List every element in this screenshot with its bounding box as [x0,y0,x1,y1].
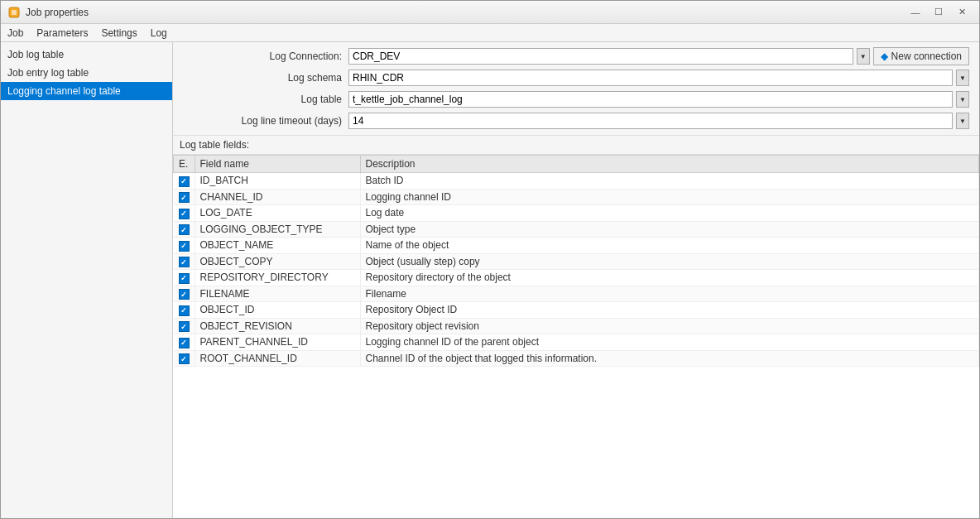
cell-description: Repository object revision [360,318,979,334]
sidebar-item-job-entry-log-table[interactable]: Job entry log table [1,64,172,82]
log-line-timeout-row: Log line timeout (days) ▼ [183,112,969,130]
menu-bar: Job Parameters Settings Log [1,24,979,42]
cell-enabled[interactable] [174,173,195,190]
cell-enabled[interactable] [174,205,195,222]
cell-field-name: OBJECT_NAME [195,238,360,254]
log-table-wrapper: ▼ [348,91,969,108]
cell-description: Log date [360,205,979,222]
checkbox-checked[interactable] [179,321,190,332]
cell-enabled[interactable] [174,238,195,254]
table-header-row: E. Field name Description [174,156,979,173]
log-fields-table: E. Field name Description ID_BATCHBatch … [173,155,979,367]
sidebar: Job log table Job entry log table Loggin… [1,42,173,518]
log-connection-row: Log Connection: ▼ ◆ New connection [183,47,969,65]
checkbox-checked[interactable] [179,192,190,203]
close-button[interactable]: ✕ [951,4,973,21]
cell-enabled[interactable] [174,302,195,319]
diamond-icon: ◆ [881,50,888,62]
checkbox-checked[interactable] [179,224,190,235]
log-schema-row: Log schema ▼ [183,69,969,87]
log-schema-label: Log schema [183,72,348,84]
table-wrapper[interactable]: E. Field name Description ID_BATCHBatch … [173,155,979,518]
cell-field-name: ID_BATCH [195,173,360,190]
title-bar-buttons: — ☐ ✕ [905,4,973,21]
cell-description: Logging channel ID of the parent object [360,334,979,351]
cell-field-name: REPOSITORY_DIRECTORY [195,270,360,286]
log-table-input[interactable] [348,91,953,108]
maximize-button[interactable]: ☐ [928,4,949,21]
checkbox-checked[interactable] [179,241,190,252]
log-connection-dropdown[interactable]: ▼ [857,48,870,65]
sidebar-item-logging-channel-log-table[interactable]: Logging channel log table [1,82,172,100]
checkbox-checked[interactable] [179,305,190,316]
job-properties-window: Job properties — ☐ ✕ Job Parameters Sett… [0,0,980,519]
col-header-e: E. [174,156,195,173]
table-row: REPOSITORY_DIRECTORYRepository directory… [174,270,979,286]
log-line-timeout-label: Log line timeout (days) [183,115,348,127]
menu-log[interactable]: Log [144,24,174,41]
col-header-description: Description [360,156,979,173]
job-icon [7,6,21,19]
checkbox-checked[interactable] [179,273,190,284]
table-row: ROOT_CHANNEL_IDChannel ID of the object … [174,350,979,367]
table-row: OBJECT_COPYObject (usually step) copy [174,253,979,270]
cell-enabled[interactable] [174,286,195,302]
new-connection-label: New connection [891,50,962,62]
table-row: FILENAMEFilename [174,286,979,302]
cell-field-name: OBJECT_COPY [195,253,360,270]
table-row: LOGGING_OBJECT_TYPEObject type [174,221,979,238]
cell-description: Filename [360,286,979,302]
cell-enabled[interactable] [174,334,195,351]
sidebar-item-job-log-table[interactable]: Job log table [1,46,172,64]
cell-field-name: FILENAME [195,286,360,302]
table-row: OBJECT_IDRepository Object ID [174,302,979,319]
log-table-row: Log table ▼ [183,90,969,108]
cell-enabled[interactable] [174,318,195,334]
table-row: ID_BATCHBatch ID [174,173,979,190]
checkbox-checked[interactable] [179,338,190,348]
log-line-timeout-wrapper: ▼ [348,113,969,129]
main-panel: Log Connection: ▼ ◆ New connection Log s… [173,42,979,518]
table-row: OBJECT_REVISIONRepository object revisio… [174,318,979,334]
minimize-button[interactable]: — [905,4,926,21]
checkbox-checked[interactable] [179,209,190,219]
log-line-timeout-dropdown[interactable]: ▼ [956,113,969,129]
cell-enabled[interactable] [174,253,195,270]
svg-rect-1 [12,10,17,15]
cell-description: Batch ID [360,173,979,190]
form-section: Log Connection: ▼ ◆ New connection Log s… [173,42,979,136]
log-schema-input[interactable] [348,70,953,86]
log-schema-dropdown[interactable]: ▼ [956,70,969,86]
log-connection-label: Log Connection: [183,50,348,62]
cell-description: Name of the object [360,238,979,254]
log-line-timeout-input[interactable] [348,113,953,129]
new-connection-button[interactable]: ◆ New connection [873,47,969,65]
title-bar-left: Job properties [7,6,89,19]
cell-enabled[interactable] [174,221,195,238]
log-schema-wrapper: ▼ [348,70,969,86]
cell-enabled[interactable] [174,189,195,205]
log-table-dropdown[interactable]: ▼ [956,91,969,108]
menu-parameters[interactable]: Parameters [30,24,94,41]
cell-enabled[interactable] [174,270,195,286]
table-section: Log table fields: E. Field name Descript… [173,136,979,518]
checkbox-checked[interactable] [179,289,190,300]
checkbox-checked[interactable] [179,176,190,187]
cell-enabled[interactable] [174,350,195,367]
table-row: LOG_DATELog date [174,205,979,222]
log-connection-input[interactable] [348,48,853,65]
checkbox-checked[interactable] [179,257,190,267]
table-row: OBJECT_NAMEName of the object [174,238,979,254]
cell-field-name: OBJECT_ID [195,302,360,319]
cell-field-name: OBJECT_REVISION [195,318,360,334]
content-area: Job log table Job entry log table Loggin… [1,42,979,518]
checkbox-checked[interactable] [179,353,190,364]
cell-field-name: PARENT_CHANNEL_ID [195,334,360,351]
cell-field-name: ROOT_CHANNEL_ID [195,350,360,367]
cell-description: Repository Object ID [360,302,979,319]
title-bar: Job properties — ☐ ✕ [1,1,979,24]
cell-description: Logging channel ID [360,189,979,205]
menu-job[interactable]: Job [1,24,30,41]
menu-settings[interactable]: Settings [94,24,143,41]
cell-description: Repository directory of the object [360,270,979,286]
